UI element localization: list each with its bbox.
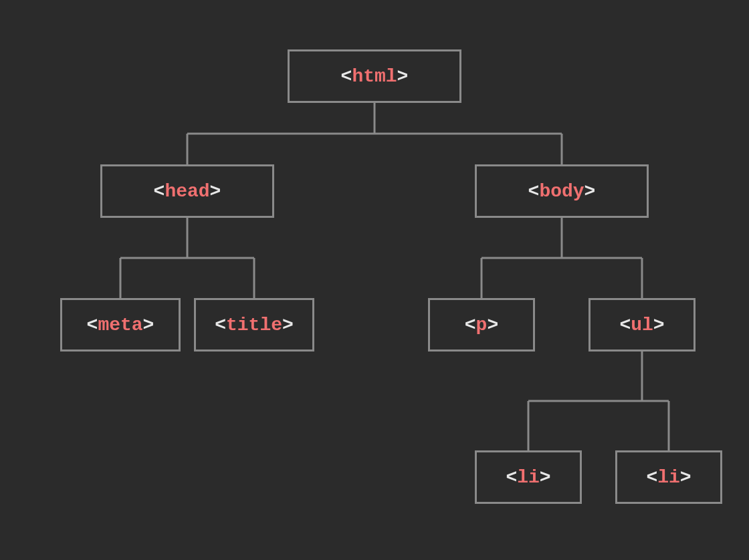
bracket-close: > <box>584 181 596 202</box>
node-body: <body> <box>475 164 649 218</box>
tag-name: li <box>657 467 680 488</box>
node-li-2: <li> <box>615 450 722 504</box>
bracket-open: < <box>215 315 226 335</box>
bracket-open: < <box>465 315 476 335</box>
node-head: <head> <box>100 164 274 218</box>
bracket-close: > <box>680 467 691 488</box>
node-p: <p> <box>428 298 535 352</box>
tag-name: html <box>352 66 397 87</box>
bracket-close: > <box>653 315 665 335</box>
tag-name: ul <box>631 315 653 335</box>
node-html: <html> <box>288 49 461 103</box>
bracket-close: > <box>210 181 221 202</box>
tag-name: meta <box>98 315 142 335</box>
bracket-close: > <box>487 315 498 335</box>
tag-name: body <box>539 181 584 202</box>
node-meta: <meta> <box>60 298 181 352</box>
bracket-open: < <box>341 66 352 87</box>
tag-name: p <box>476 315 488 335</box>
bracket-open: < <box>528 181 540 202</box>
bracket-open: < <box>87 315 98 335</box>
node-ul: <ul> <box>588 298 696 352</box>
node-li-1: <li> <box>475 450 582 504</box>
tag-name: title <box>226 315 282 335</box>
bracket-open: < <box>154 181 165 202</box>
bracket-close: > <box>540 467 551 488</box>
tag-name: li <box>517 467 540 488</box>
bracket-close: > <box>282 315 294 335</box>
bracket-close: > <box>143 315 154 335</box>
tag-name: head <box>165 181 209 202</box>
bracket-open: < <box>506 467 517 488</box>
node-title: <title> <box>194 298 314 352</box>
bracket-open: < <box>646 467 657 488</box>
bracket-close: > <box>397 66 409 87</box>
bracket-open: < <box>619 315 631 335</box>
